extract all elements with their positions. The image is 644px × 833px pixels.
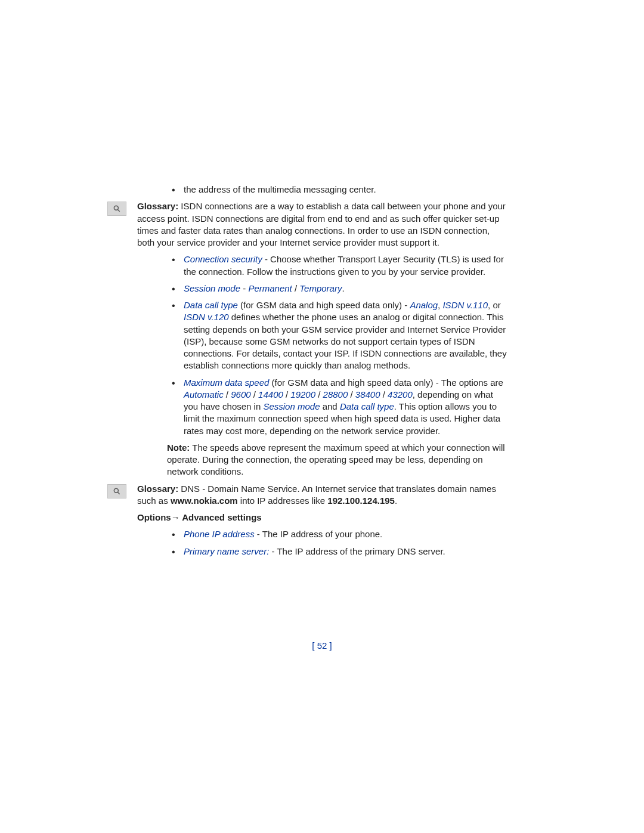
main-bullet-list: Connection security - Choose whether Tra… — [167, 253, 507, 437]
opt-19200: 19200 — [290, 389, 315, 400]
term-phone-ip: Phone IP address — [184, 529, 255, 539]
main-bullets: Connection security - Choose whether Tra… — [167, 253, 507, 437]
term-primary-dns: Primary name server: — [184, 546, 269, 556]
svg-line-3 — [117, 492, 119, 494]
mds-and: and — [320, 401, 340, 411]
opt-isdn110: ISDN v.110 — [442, 300, 488, 310]
text-phone-ip: - The IP address of your phone. — [255, 529, 383, 539]
bullet-connection-security: Connection security - Choose whether Tra… — [167, 253, 507, 278]
glossary-2-ip: 192.100.124.195 — [327, 496, 395, 506]
opt-9600: 9600 — [231, 389, 250, 400]
bullet-primary-dns: Primary name server: - The IP address of… — [167, 546, 507, 558]
svg-line-1 — [117, 210, 119, 212]
glossary-1-text: ISDN connections are a way to establish … — [137, 201, 506, 247]
opt-14400: 14400 — [258, 389, 283, 400]
term-max-data-speed: Maximum data speed — [184, 377, 269, 388]
glossary-2-period: . — [395, 496, 397, 506]
note-label: Note: — [167, 442, 190, 453]
bullet-phone-ip: Phone IP address - The IP address of you… — [167, 528, 507, 540]
mds-rest1: (for GSM data and high speed data only) … — [269, 377, 503, 388]
glossary-1-para: Glossary: ISDN connections are a way to … — [137, 200, 507, 249]
dash: - — [240, 283, 248, 293]
dct-or: , or — [488, 300, 501, 310]
advanced-bullet-list: Phone IP address - The IP address of you… — [167, 528, 507, 558]
opt-38400: 38400 — [355, 389, 380, 400]
intro-bullet-list: the address of the multimedia messaging … — [167, 184, 507, 196]
intro-bullet-text: the address of the multimedia messaging … — [184, 184, 376, 194]
manual-page: the address of the multimedia messaging … — [137, 184, 507, 562]
period: . — [342, 283, 344, 293]
glossary-2-domain: www.nokia.com — [171, 496, 238, 506]
intro-bullet: the address of the multimedia messaging … — [167, 184, 507, 196]
glossary-block-1: Glossary: ISDN connections are a way to … — [137, 200, 507, 249]
svg-point-2 — [114, 488, 118, 493]
opt-permanent: Permanent — [248, 283, 292, 293]
opt-43200: 43200 — [388, 389, 413, 400]
dct-rest2: defines whether the phone uses an analog… — [184, 312, 507, 370]
svg-point-0 — [114, 206, 118, 210]
glossary-1-label: Glossary: — [137, 201, 178, 211]
dct-rest1: (for GSM data and high speed data only) … — [238, 300, 410, 310]
opt-analog: Analog — [410, 300, 438, 310]
bullet-data-call-type: Data call type (for GSM data and high sp… — [167, 299, 507, 372]
page-number: [ 52 ] — [0, 640, 644, 651]
opt-isdn120: ISDN v.120 — [184, 312, 229, 322]
advanced-bullets: Phone IP address - The IP address of you… — [167, 528, 507, 558]
magnifier-icon — [107, 202, 126, 216]
intro-section: the address of the multimedia messaging … — [167, 184, 507, 196]
glossary-block-2: Glossary: DNS - Domain Name Service. An … — [137, 483, 507, 507]
opt-temporary: Temporary — [299, 283, 342, 293]
term-session-mode: Session mode — [184, 283, 240, 293]
options-advanced-heading: Options→ Advanced settings — [137, 512, 507, 524]
opt-28800: 28800 — [323, 389, 348, 400]
ref-session-mode: Session mode — [263, 401, 320, 411]
term-connection-security: Connection security — [184, 254, 262, 264]
note-block: Note: The speeds above represent the max… — [167, 442, 507, 478]
opt-auto: Automatic — [184, 389, 224, 400]
glossary-2-label: Glossary: — [137, 484, 178, 494]
text-primary-dns: - The IP address of the primary DNS serv… — [269, 546, 445, 556]
term-data-call-type: Data call type — [184, 300, 238, 310]
bullet-max-data-speed: Maximum data speed (for GSM data and hig… — [167, 377, 507, 437]
glossary-2-para: Glossary: DNS - Domain Name Service. An … — [137, 483, 507, 507]
bullet-session-mode: Session mode - Permanent / Temporary. — [167, 283, 507, 295]
sep: / — [292, 283, 300, 293]
ref-data-call-type: Data call type — [340, 401, 394, 411]
magnifier-icon — [107, 484, 126, 498]
note-text: The speeds above represent the maximum s… — [167, 442, 505, 477]
glossary-2-text2: into IP addresses like — [238, 496, 328, 506]
